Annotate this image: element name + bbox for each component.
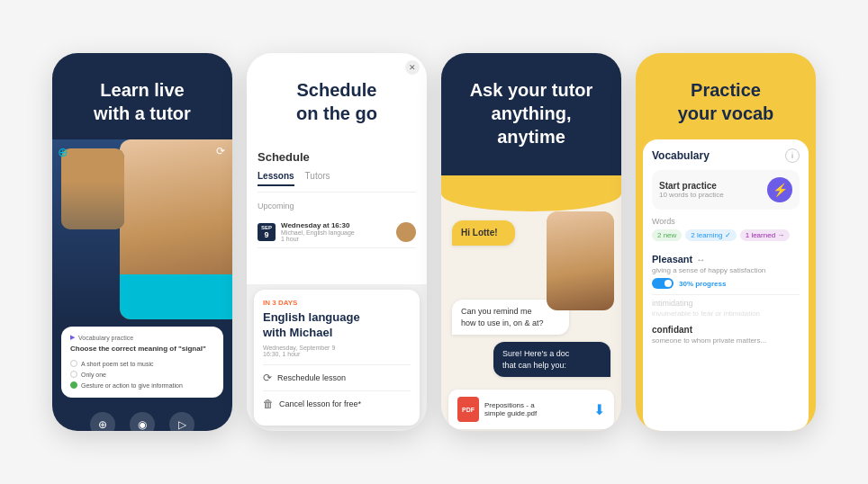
- word-intimidating: intimidating invulnerable to fear or int…: [652, 295, 800, 321]
- card1-image-area: ⊕ ⟳: [52, 139, 232, 319]
- vocab-title: Vocabulary: [652, 149, 710, 162]
- words-label: Words: [652, 217, 800, 226]
- tag-new: 2 new: [652, 229, 682, 241]
- in3days-label: IN 3 DAYS: [263, 299, 411, 307]
- quiz-title: ▶ Vocabulary practice: [70, 334, 214, 341]
- card-schedule: Schedule on the go Schedule Lessons Tuto…: [247, 53, 427, 431]
- lesson-day: Wednesday at 16:30: [281, 221, 391, 229]
- cancel-label: Cancel lesson for free*: [279, 399, 361, 408]
- upcoming-label: Upcoming: [258, 202, 416, 211]
- lesson-sub: Michael, English language 1 hour: [281, 229, 391, 242]
- card3-content: Ask your tutor anything, anytime Hi Lott…: [441, 53, 621, 431]
- word-name-confidant: confidant: [652, 325, 800, 335]
- main-person-image: [120, 139, 232, 319]
- greeting-bubble: Hi Lotte!: [452, 220, 515, 246]
- pdf-attachment[interactable]: PDF Prepositions - a simple guide.pdf ⬇: [448, 390, 614, 429]
- icon1[interactable]: ⊕: [90, 412, 115, 431]
- icon3[interactable]: ▷: [169, 412, 194, 431]
- card4-headline: Practice your vocab: [654, 78, 798, 125]
- card4-header: Practice your vocab: [636, 53, 816, 139]
- schedule-tabs: Lessons Tutors: [258, 171, 416, 193]
- lesson-date-badge: SEP 9: [258, 223, 276, 241]
- in3days-sub: Wednesday, September 9 16:30, 1 hour: [263, 345, 411, 357]
- refresh-icon: ⟳: [216, 145, 225, 157]
- words-section: Words 2 new 2 learning ✓ 1 learned →: [652, 217, 800, 241]
- word-def-pleasant: giving a sense of happy satisfaction: [652, 266, 800, 274]
- quiz-option-1: A short poem set to music: [70, 358, 214, 369]
- quiz-box: ▶ Vocabulary practice Choose the correct…: [61, 327, 223, 398]
- face-left: [61, 148, 124, 229]
- close-icon[interactable]: ✕: [405, 60, 420, 75]
- lesson-avatar: [396, 222, 416, 242]
- start-practice-row[interactable]: Start practice 10 words to practice ⚡: [652, 170, 800, 210]
- reschedule-button[interactable]: ⟳ Reschedule lesson: [263, 364, 411, 390]
- zoom-icon: ⊕: [58, 145, 68, 159]
- reschedule-icon: ⟳: [263, 372, 272, 384]
- progress-row: 30% progress: [652, 278, 800, 289]
- word-def-confidant: someone to whom private matters...: [652, 336, 800, 345]
- cancel-icon: 🗑: [263, 398, 274, 410]
- word-name-pleasant: Pleasant ↔: [652, 254, 800, 264]
- card-practice-vocab: Practice your vocab Vocabulary i Start p…: [636, 53, 816, 431]
- tab-lessons[interactable]: Lessons: [258, 171, 294, 186]
- progress-text: 30% progress: [679, 280, 726, 288]
- word-confidant: confidant someone to whom private matter…: [652, 321, 800, 348]
- tutor-image: [547, 211, 614, 310]
- practice-button[interactable]: ⚡: [767, 177, 792, 202]
- word-pleasant: Pleasant ↔ giving a sense of happy satis…: [652, 248, 800, 295]
- card-learn-live: Learn live with a tutor ⊕ ⟳ ▶ Vocabulary…: [52, 53, 232, 431]
- lesson-item: SEP 9 Wednesday at 16:30 Michael, Englis…: [258, 216, 416, 248]
- in3days-banner: ✕ IN 3 DAYS English language with Michae…: [254, 290, 420, 426]
- card3-headline: Ask your tutor anything, anytime: [459, 78, 603, 148]
- schedule-panel: Schedule Lessons Tutors Upcoming SEP 9 W…: [247, 139, 427, 284]
- chat-area: Hi Lotte! Can you remind me how to use i…: [441, 193, 621, 390]
- quiz-option-2: Only one: [70, 369, 214, 380]
- quiz-option-3: Gesture or action to give information: [70, 380, 214, 390]
- start-practice-label: Start practice: [659, 181, 724, 191]
- tag-learned: 1 learned →: [740, 229, 791, 241]
- card-ask-tutor: Ask your tutor anything, anytime Hi Lott…: [441, 53, 621, 431]
- app-container: Learn live with a tutor ⊕ ⟳ ▶ Vocabulary…: [34, 35, 834, 449]
- schedule-title: Schedule: [258, 150, 416, 164]
- in3days-title: English language with Michael: [263, 310, 411, 341]
- card4-content: Practice your vocab Vocabulary i Start p…: [636, 53, 816, 431]
- word-name-intimidating: intimidating: [652, 299, 800, 308]
- teal-decoration: [120, 274, 232, 319]
- card1-header: Learn live with a tutor: [52, 53, 232, 139]
- pdf-filename: Prepositions - a simple guide.pdf: [484, 401, 537, 417]
- card2-header: Schedule on the go: [247, 53, 427, 139]
- start-practice-sub: 10 words to practice: [659, 191, 724, 199]
- download-icon[interactable]: ⬇: [593, 401, 605, 418]
- answer-bubble: Sure! Here's a doc that can help you:: [493, 342, 610, 377]
- quiz-question: Choose the correct meaning of "signal": [70, 345, 214, 353]
- progress-toggle[interactable]: [652, 278, 674, 289]
- card1-headline: Learn live with a tutor: [70, 78, 214, 125]
- bottom-icons: ⊕ ◉ ▷: [52, 405, 232, 431]
- vocab-card: Vocabulary i Start practice 10 words to …: [643, 139, 809, 431]
- card2-content: Schedule on the go Schedule Lessons Tuto…: [247, 53, 427, 431]
- word-tags: 2 new 2 learning ✓ 1 learned →: [652, 229, 800, 241]
- icon2[interactable]: ◉: [130, 412, 155, 431]
- cancel-button[interactable]: 🗑 Cancel lesson for free*: [263, 390, 411, 417]
- card3-header: Ask your tutor anything, anytime: [441, 53, 621, 193]
- tab-tutors[interactable]: Tutors: [305, 171, 330, 186]
- word-def-intimidating: invulnerable to fear or intimidation: [652, 309, 800, 318]
- secondary-person-image: [61, 148, 124, 229]
- start-practice-info: Start practice 10 words to practice: [659, 181, 724, 199]
- tag-learning: 2 learning ✓: [685, 229, 736, 241]
- reschedule-label: Reschedule lesson: [277, 373, 346, 382]
- word-icon: ↔: [696, 255, 705, 264]
- lesson-info: Wednesday at 16:30 Michael, English lang…: [281, 221, 391, 242]
- pdf-icon: PDF: [457, 397, 479, 422]
- card2-headline: Schedule on the go: [265, 78, 409, 125]
- vocab-header: Vocabulary i: [652, 148, 800, 163]
- info-icon[interactable]: i: [785, 148, 800, 163]
